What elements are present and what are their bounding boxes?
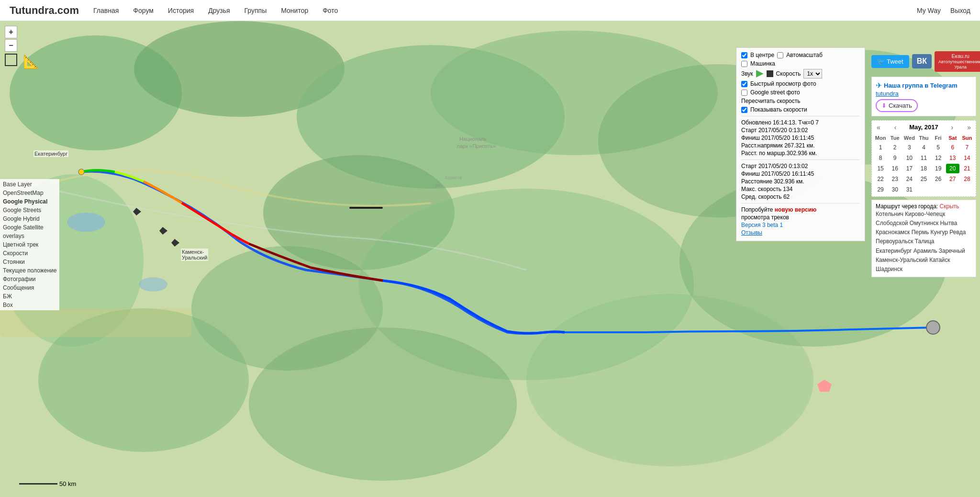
cal-day-4[interactable]: 4 — [917, 143, 930, 152]
checkbox-show-speeds[interactable] — [741, 107, 747, 113]
svg-text:Борисов: Борисов — [445, 175, 462, 180]
layer-google-hybrid[interactable]: Google Hybrid — [3, 215, 56, 223]
logo[interactable]: Tutundra.com — [10, 4, 79, 17]
layer-osm[interactable]: OpenStreetMap — [3, 189, 56, 197]
cal-day-20[interactable]: 20 — [946, 164, 959, 173]
nav-photo[interactable]: Фото — [323, 7, 338, 14]
cal-day-18[interactable]: 18 — [917, 164, 930, 173]
nav-monitor[interactable]: Монитор — [281, 7, 308, 14]
label-show-speeds: Показывать скорости — [750, 106, 807, 113]
cal-prev-prev-button[interactable]: « — [876, 124, 881, 131]
layer-speeds[interactable]: Скорости — [3, 249, 56, 258]
cal-day-14[interactable]: 14 — [960, 153, 974, 163]
route-cities: Котельнич Кирово-Чепецк Слободской Омутн… — [876, 210, 972, 274]
play-button[interactable] — [756, 70, 764, 78]
cal-day-15[interactable]: 15 — [874, 164, 887, 173]
cal-header-sat: Sat — [946, 134, 959, 142]
download-button[interactable]: ⬇ Скачать — [876, 99, 918, 112]
cal-day-30[interactable]: 30 — [888, 185, 902, 194]
layer-photos[interactable]: Фотографии — [3, 275, 56, 283]
ekau-label2: Автопутешественники Урала — [938, 59, 980, 70]
layer-overlays[interactable]: overlays — [3, 232, 56, 240]
cal-day-17[interactable]: 17 — [902, 164, 916, 173]
layer-box[interactable]: Box — [3, 301, 56, 309]
nav-myway[interactable]: My Way — [917, 7, 941, 14]
tweet-button[interactable]: 🐦 Tweet — [871, 55, 909, 68]
cal-day-2[interactable]: 2 — [888, 143, 902, 152]
cal-day-13[interactable]: 13 — [946, 153, 959, 163]
cal-day-6[interactable]: 6 — [946, 143, 959, 152]
layer-google-physical[interactable]: Google Physical — [3, 197, 56, 206]
cal-day-26[interactable]: 26 — [932, 174, 945, 184]
layer-google-satellite[interactable]: Google Satellite — [3, 223, 56, 232]
layer-base[interactable]: Base Layer — [3, 180, 56, 189]
cal-day-16[interactable]: 16 — [888, 164, 902, 173]
cal-day-28[interactable]: 28 — [960, 174, 974, 184]
layer-google-streets[interactable]: Google Streets — [3, 206, 56, 215]
layer-stops[interactable]: Стоянки — [3, 258, 56, 266]
info-updated: Обновлено 16:14:13. Тчк=0 7 — [741, 119, 860, 126]
cal-day-11[interactable]: 11 — [917, 153, 930, 163]
zoom-in-button[interactable]: + — [5, 26, 17, 38]
ekau-button[interactable]: Екаu.ru Автопутешественники Урала — [935, 51, 980, 72]
cal-day-29[interactable]: 29 — [874, 185, 887, 194]
route-hide-button[interactable]: Скрыть — [940, 203, 959, 210]
cal-day-31[interactable]: 31 — [902, 185, 916, 194]
checkbox-car[interactable] — [741, 61, 747, 67]
checkbox-quick-photo[interactable] — [741, 81, 747, 87]
feedback-link[interactable]: Отзывы — [741, 229, 762, 236]
nav-home[interactable]: Главная — [93, 7, 119, 14]
layer-position[interactable]: Текущее положение — [3, 266, 56, 275]
version-link[interactable]: Версия 3 beta 1 — [741, 222, 783, 228]
zoom-out-button[interactable]: − — [5, 39, 17, 52]
cal-day-9[interactable]: 9 — [888, 153, 902, 163]
info-dist-direct: Расст.напрямик 267.321 км. — [741, 142, 860, 149]
cal-day-27[interactable]: 27 — [946, 174, 959, 184]
cal-header-mon: Mon — [874, 134, 887, 142]
telegram-icon: ✈ — [876, 81, 882, 90]
calendar-header: « ‹ May, 2017 › » — [874, 123, 974, 132]
cal-day-25[interactable]: 25 — [917, 174, 930, 184]
cal-day-7[interactable]: 7 — [960, 143, 974, 152]
info-avg-speed: Сред. скорость 62 — [741, 193, 860, 200]
checkbox-autoscale[interactable] — [777, 52, 783, 58]
nav-forum[interactable]: Форум — [133, 7, 154, 14]
cal-day-8[interactable]: 8 — [874, 153, 887, 163]
map-area[interactable]: Националь парк «Припять» Борисов да... +… — [0, 21, 980, 497]
layer-bjk[interactable]: БЖ — [3, 292, 56, 301]
layer-messages[interactable]: Сообщения — [3, 283, 56, 292]
cal-day-3[interactable]: 3 — [902, 143, 916, 152]
vk-button[interactable]: ВК — [912, 54, 932, 68]
layer-color-track[interactable]: Цветной трек — [3, 240, 56, 249]
cal-prev-button[interactable]: ‹ — [893, 124, 898, 131]
cal-day-22[interactable]: 22 — [874, 174, 887, 184]
nav-groups[interactable]: Группы — [245, 7, 267, 14]
speed-select[interactable]: 1x 2x 4x 8x — [803, 69, 822, 79]
cal-next-button[interactable]: › — [950, 124, 955, 131]
calendar: « ‹ May, 2017 › » Mon Tue Wed Thu Fri Sa… — [871, 120, 976, 197]
svg-point-17 — [139, 277, 167, 292]
cal-day-1[interactable]: 1 — [874, 143, 887, 152]
cal-next-next-button[interactable]: » — [966, 124, 972, 131]
nav-history[interactable]: История — [168, 7, 194, 14]
cal-day-19[interactable]: 19 — [932, 164, 945, 173]
cal-day-24[interactable]: 24 — [902, 174, 916, 184]
stop-button[interactable] — [767, 70, 773, 77]
cal-day-5[interactable]: 5 — [932, 143, 945, 152]
nav-friends[interactable]: Друзья — [208, 7, 230, 14]
svg-point-16 — [67, 213, 105, 232]
tutundra-channel-link[interactable]: tutundra — [876, 90, 899, 97]
label-recalc[interactable]: Пересчитать скорость — [741, 98, 800, 104]
route-info: Маршрут через города: Скрыть Котельнич К… — [871, 200, 976, 277]
cal-day-21[interactable]: 21 — [960, 164, 974, 173]
layer-list: Base Layer OpenStreetMap Google Physical… — [0, 179, 59, 310]
label-car: Машинка — [750, 60, 775, 67]
nav-logout[interactable]: Выход — [950, 7, 970, 14]
cal-day-12[interactable]: 12 — [932, 153, 945, 163]
new-version-link[interactable]: новую версию — [775, 206, 816, 213]
telegram-link[interactable]: Наша группа в Telegram — [884, 82, 958, 89]
checkbox-center[interactable] — [741, 52, 747, 58]
cal-day-10[interactable]: 10 — [902, 153, 916, 163]
cal-day-23[interactable]: 23 — [888, 174, 902, 184]
checkbox-google-street[interactable] — [741, 90, 747, 96]
